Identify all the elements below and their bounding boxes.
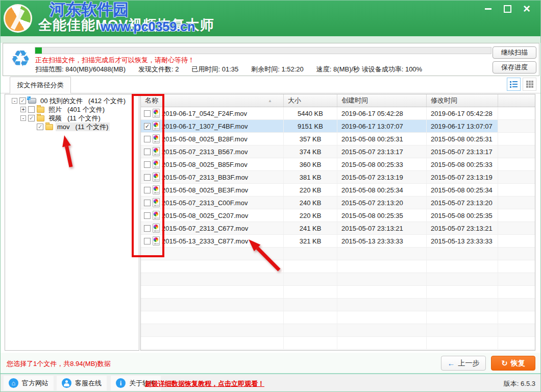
file-row[interactable]: 2015-05-08_0025_B85F.mov360 KB2015-05-08… bbox=[141, 158, 535, 171]
file-modified-cell: 2015-05-07 23:13:20 bbox=[427, 197, 498, 209]
files-found: 发现文件数: 2 bbox=[138, 65, 179, 74]
scan-range: 扫描范围: 840(MB)/60488(MB) bbox=[35, 65, 126, 74]
empty-row bbox=[141, 248, 535, 260]
tree-item[interactable]: mov(11 个文件) bbox=[5, 122, 139, 131]
file-checkbox[interactable] bbox=[144, 110, 151, 117]
tree-checkbox[interactable] bbox=[28, 115, 35, 121]
app-logo-icon bbox=[4, 4, 32, 33]
folder-tree-panel: -00 找到的文件(412 个文件)+照片(401 个文件)-视频(11 个文件… bbox=[5, 94, 139, 351]
file-created-cell: 2015-05-07 23:13:19 bbox=[337, 171, 427, 183]
file-size-cell: 381 KB bbox=[284, 171, 337, 183]
column-header-modified[interactable]: 修改时间 bbox=[427, 94, 498, 107]
file-size-cell: 241 KB bbox=[284, 222, 337, 234]
file-name: 2015-05-13_2333_C877.mov bbox=[162, 237, 248, 245]
tab-by-file-path[interactable]: 按文件路径分类 bbox=[10, 77, 71, 93]
tree-checkbox[interactable] bbox=[28, 106, 35, 113]
list-view-button[interactable] bbox=[507, 78, 521, 91]
empty-cell bbox=[427, 286, 498, 298]
empty-row bbox=[141, 260, 535, 273]
file-size-cell: 357 KB bbox=[284, 133, 337, 145]
empty-cell bbox=[284, 299, 337, 311]
tree-expander-icon[interactable]: - bbox=[12, 98, 17, 104]
grid-view-button[interactable] bbox=[523, 78, 536, 91]
version-label: 版本: 6.5.3 bbox=[504, 379, 535, 388]
folder-icon bbox=[45, 124, 53, 130]
file-row[interactable]: 2019-06-17_0542_F24F.mov5440 KB2019-06-1… bbox=[141, 107, 535, 120]
file-checkbox[interactable] bbox=[144, 200, 151, 206]
file-row[interactable]: 2015-05-07_2313_BB3F.mov381 KB2015-05-07… bbox=[141, 171, 535, 184]
continue-scan-button[interactable]: 继续扫描 bbox=[493, 46, 536, 59]
empty-cell bbox=[141, 260, 284, 273]
file-checkbox[interactable] bbox=[144, 161, 151, 168]
file-checkbox[interactable] bbox=[144, 238, 151, 244]
tree-item[interactable]: -00 找到的文件(412 个文件) bbox=[5, 96, 139, 105]
file-name-cell: 2015-05-13_2333_C877.mov bbox=[141, 235, 284, 247]
file-row[interactable]: 2015-05-07_2313_B567.mov374 KB2015-05-07… bbox=[141, 145, 535, 158]
scan-speed: 速度: 8(MB)/秒 读设备成功率: 100% bbox=[316, 65, 422, 74]
tree-expander-icon[interactable]: - bbox=[20, 115, 26, 121]
file-checkbox[interactable] bbox=[144, 225, 151, 232]
file-name-cell: 2019-06-17_0542_F24F.mov bbox=[141, 107, 284, 119]
file-checkbox[interactable] bbox=[144, 187, 151, 193]
file-checkbox[interactable] bbox=[144, 123, 151, 130]
maximize-icon[interactable] bbox=[501, 2, 514, 15]
elapsed-time: 已用时间: 01:35 bbox=[191, 65, 238, 74]
file-size-cell: 240 KB bbox=[284, 197, 337, 209]
tree-item[interactable]: +照片(401 个文件) bbox=[5, 105, 139, 114]
file-name: 2019-06-17_1307_F4BF.mov bbox=[162, 122, 248, 130]
table-header: 名称 大小 创建时间 修改时间 bbox=[141, 94, 535, 107]
empty-cell bbox=[427, 324, 498, 336]
save-progress-button[interactable]: 保存进度 bbox=[493, 61, 536, 74]
file-created-cell: 2015-05-08 00:25:34 bbox=[337, 184, 427, 196]
empty-cell bbox=[498, 260, 535, 273]
column-header-size[interactable]: 大小 bbox=[284, 94, 337, 107]
file-row[interactable]: 2019-06-17_1307_F4BF.mov9151 KB2019-06-1… bbox=[141, 120, 535, 133]
file-created-cell: 2015-05-07 23:13:17 bbox=[337, 145, 427, 158]
empty-cell bbox=[498, 299, 535, 311]
file-row[interactable]: 2015-05-13_2333_C877.mov321 KB2015-05-13… bbox=[141, 235, 535, 248]
file-table-panel: 名称 大小 创建时间 修改时间 2019-06-17_0542_F24F.mov… bbox=[140, 94, 535, 351]
tree-checkbox[interactable] bbox=[37, 124, 43, 130]
empty-cell bbox=[337, 311, 427, 324]
official-site-link[interactable]: 官方网站 bbox=[4, 376, 54, 390]
back-button[interactable]: 上一步 bbox=[441, 356, 486, 371]
column-header-created[interactable]: 创建时间 bbox=[337, 94, 427, 107]
file-row[interactable]: 2015-05-07_2313_C00F.mov240 KB2015-05-07… bbox=[141, 197, 535, 209]
list-view-icon bbox=[510, 81, 518, 88]
file-checkbox[interactable] bbox=[144, 149, 151, 155]
tree-expander-icon[interactable]: + bbox=[20, 107, 26, 112]
close-icon[interactable] bbox=[520, 2, 533, 15]
back-arrow-icon bbox=[448, 359, 455, 368]
file-size-cell: 220 KB bbox=[284, 184, 337, 196]
tree-checkbox[interactable] bbox=[19, 97, 26, 104]
empty-cell bbox=[337, 248, 427, 260]
empty-cell bbox=[284, 260, 337, 273]
tree-item-label: 照片 bbox=[48, 105, 62, 114]
file-modified-cell: 2015-05-07 23:13:21 bbox=[427, 222, 498, 234]
file-row[interactable]: 2015-05-08_0025_B28F.mov357 KB2015-05-08… bbox=[141, 133, 535, 145]
file-row[interactable]: 2015-05-08_0025_BE3F.mov220 KB2015-05-08… bbox=[141, 184, 535, 197]
recover-button[interactable]: 恢复 bbox=[491, 356, 535, 371]
customer-service-link[interactable]: 客服在线 bbox=[57, 376, 107, 390]
titlebar: 全能佳能MOV视频恢复大师 河东软件园 www.pc0359.cn bbox=[1, 1, 540, 36]
tree-item-label: 视频 bbox=[48, 114, 62, 123]
file-name: 2015-05-08_0025_B85F.mov bbox=[162, 161, 248, 168]
file-row[interactable]: 2015-05-07_2313_C677.mov241 KB2015-05-07… bbox=[141, 222, 535, 235]
column-header-name[interactable]: 名称 bbox=[141, 94, 284, 107]
file-checkbox[interactable] bbox=[144, 212, 151, 219]
mov-file-icon bbox=[153, 198, 160, 207]
scan-panel: 正在扫描文件，扫描完成后才可以恢复，请耐心等待！ 扫描范围: 840(MB)/6… bbox=[3, 43, 539, 76]
tutorial-link[interactable]: 超级详细数据恢复教程，点击立即观看！ bbox=[145, 379, 264, 388]
file-modified-cell: 2015-05-07 23:13:19 bbox=[427, 171, 498, 183]
file-checkbox[interactable] bbox=[144, 136, 151, 142]
file-created-cell: 2015-05-07 23:13:21 bbox=[337, 222, 427, 234]
scan-progress-fill bbox=[35, 47, 42, 54]
file-size-cell: 5440 KB bbox=[284, 107, 337, 119]
minimize-icon[interactable] bbox=[481, 2, 495, 15]
drive-icon bbox=[28, 98, 36, 104]
file-checkbox[interactable] bbox=[144, 174, 151, 181]
action-bar: 您选择了1个文件，共8.94(MB)数据 上一步 恢复 bbox=[1, 353, 540, 373]
tree-item[interactable]: -视频(11 个文件) bbox=[5, 114, 139, 122]
file-created-cell: 2019-06-17 05:42:28 bbox=[337, 107, 427, 119]
file-row[interactable]: 2015-05-08_0025_C207.mov220 KB2015-05-08… bbox=[141, 209, 535, 222]
